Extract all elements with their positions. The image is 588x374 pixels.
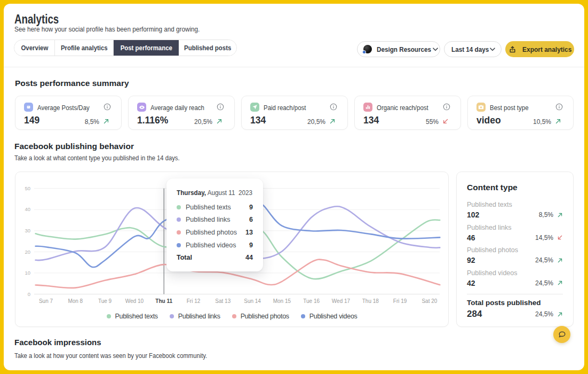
svg-text:Mon 8: Mon 8 (68, 298, 83, 304)
svg-text:20: 20 (25, 249, 30, 255)
svg-text:30: 30 (25, 228, 30, 233)
svg-text:Sun 7: Sun 7 (39, 298, 53, 304)
svg-text:Tue 9: Tue 9 (98, 298, 112, 304)
svg-text:Mon 15: Mon 15 (273, 298, 291, 304)
svg-text:Thu 11: Thu 11 (155, 298, 172, 304)
svg-text:Sat 20: Sat 20 (422, 298, 437, 304)
svg-text:10: 10 (25, 270, 30, 276)
svg-text:40: 40 (25, 206, 30, 212)
svg-text:Tue 16: Tue 16 (303, 298, 320, 304)
svg-text:Fri 19: Fri 19 (393, 298, 407, 304)
svg-text:0: 0 (28, 291, 30, 297)
svg-text:Wed 17: Wed 17 (332, 298, 351, 304)
svg-text:Sat 13: Sat 13 (215, 298, 231, 304)
svg-text:50: 50 (25, 185, 30, 191)
svg-text:Wed 10: Wed 10 (125, 298, 144, 304)
svg-text:Thu 18: Thu 18 (362, 298, 379, 304)
svg-text:Sun 14: Sun 14 (244, 298, 261, 304)
svg-text:Fri 12: Fri 12 (187, 298, 201, 304)
